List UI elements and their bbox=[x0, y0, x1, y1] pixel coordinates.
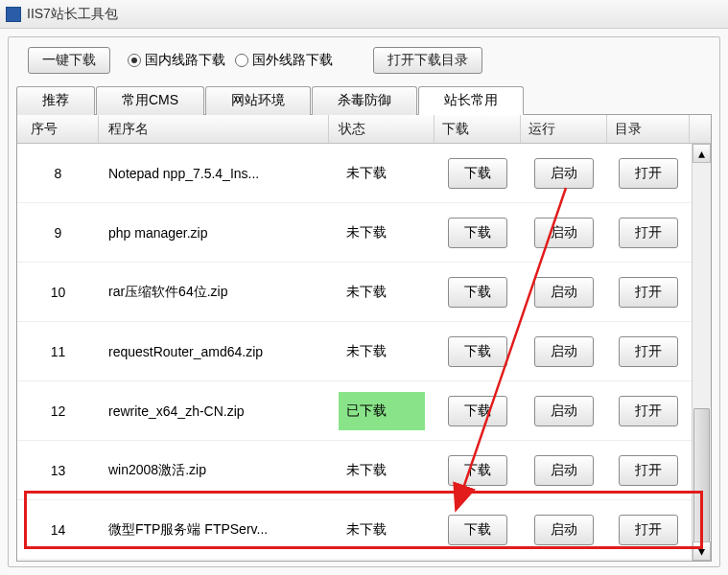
tab-recommend[interactable]: 推荐 bbox=[16, 86, 95, 115]
cell-seq: 14 bbox=[17, 500, 99, 559]
tab-webmaster[interactable]: 站长常用 bbox=[418, 86, 524, 115]
cell-download: 下载 bbox=[434, 381, 521, 440]
table-body: 8Notepad npp_7.5.4_Ins...未下载下载启动打开9php m… bbox=[17, 144, 711, 560]
cell-download: 下载 bbox=[434, 322, 521, 380]
cell-run: 启动 bbox=[521, 203, 607, 262]
title-bar: IIS7站长工具包 bbox=[0, 0, 728, 29]
run-button[interactable]: 启动 bbox=[534, 515, 594, 545]
run-button[interactable]: 启动 bbox=[534, 158, 594, 189]
cell-run: 启动 bbox=[521, 322, 607, 380]
radio-label: 国外线路下载 bbox=[252, 52, 333, 69]
program-table: 序号 程序名 状态 下载 运行 目录 8Notepad npp_7.5.4_In… bbox=[16, 115, 712, 562]
download-route-group: 国内线路下载 国外线路下载 bbox=[128, 52, 333, 69]
status-badge: 未下载 bbox=[339, 333, 425, 371]
status-badge: 未下载 bbox=[339, 511, 425, 549]
route-foreign-radio[interactable]: 国外线路下载 bbox=[235, 52, 333, 69]
cell-download: 下载 bbox=[434, 263, 521, 321]
open-button[interactable]: 打开 bbox=[619, 158, 678, 189]
run-button[interactable]: 启动 bbox=[534, 218, 594, 248]
table-row: 10rar压缩软件64位.zip未下载下载启动打开 bbox=[17, 263, 711, 322]
cell-name: win2008激活.zip bbox=[99, 441, 329, 499]
col-header-status[interactable]: 状态 bbox=[329, 115, 434, 143]
status-badge: 未下载 bbox=[339, 273, 425, 311]
scroll-down-icon[interactable]: ▾ bbox=[693, 541, 711, 561]
table-row: 13win2008激活.zip未下载下载启动打开 bbox=[17, 441, 711, 500]
cell-seq: 9 bbox=[17, 203, 99, 262]
radio-icon bbox=[128, 54, 141, 67]
cell-status: 未下载 bbox=[329, 144, 434, 202]
open-button[interactable]: 打开 bbox=[619, 515, 678, 545]
table-row: 8Notepad npp_7.5.4_Ins...未下载下载启动打开 bbox=[17, 144, 711, 203]
cell-open: 打开 bbox=[607, 381, 690, 440]
table-row: 12rewrite_x64_zh-CN.zip已下载下载启动打开 bbox=[17, 381, 711, 441]
cell-seq: 13 bbox=[17, 441, 99, 499]
cell-status: 未下载 bbox=[329, 322, 434, 380]
cell-name: rewrite_x64_zh-CN.zip bbox=[99, 381, 329, 440]
open-button[interactable]: 打开 bbox=[619, 277, 678, 308]
download-button[interactable]: 下载 bbox=[448, 336, 507, 367]
table-header: 序号 程序名 状态 下载 运行 目录 bbox=[17, 115, 711, 144]
tab-env[interactable]: 网站环境 bbox=[205, 86, 311, 115]
cell-open: 打开 bbox=[607, 203, 690, 262]
cell-status: 未下载 bbox=[329, 500, 434, 559]
cell-name: php manager.zip bbox=[99, 203, 329, 262]
cell-status: 已下载 bbox=[329, 381, 434, 440]
run-button[interactable]: 启动 bbox=[534, 336, 594, 367]
cell-open: 打开 bbox=[607, 500, 690, 559]
one-click-download-button[interactable]: 一键下载 bbox=[28, 47, 110, 74]
cell-run: 启动 bbox=[521, 144, 607, 202]
table-row: 9php manager.zip未下载下载启动打开 bbox=[17, 203, 711, 263]
radio-label: 国内线路下载 bbox=[145, 52, 225, 69]
download-button[interactable]: 下载 bbox=[448, 396, 507, 426]
cell-open: 打开 bbox=[607, 144, 690, 202]
open-button[interactable]: 打开 bbox=[619, 218, 678, 248]
run-button[interactable]: 启动 bbox=[534, 396, 594, 426]
scroll-up-icon[interactable]: ▴ bbox=[693, 144, 711, 163]
cell-download: 下载 bbox=[434, 500, 521, 559]
main-group: 一键下载 国内线路下载 国外线路下载 打开下载目录 推荐 常用CMS 网站环境 … bbox=[8, 36, 720, 567]
radio-icon bbox=[235, 54, 248, 67]
cell-run: 启动 bbox=[521, 500, 607, 559]
cell-run: 启动 bbox=[521, 441, 607, 499]
tab-antivirus[interactable]: 杀毒防御 bbox=[312, 86, 417, 115]
col-header-dir[interactable]: 目录 bbox=[607, 115, 690, 143]
cell-seq: 11 bbox=[17, 322, 99, 380]
cell-open: 打开 bbox=[607, 441, 690, 499]
col-header-run[interactable]: 运行 bbox=[521, 115, 607, 143]
cell-download: 下载 bbox=[434, 203, 521, 262]
cell-name: 微型FTP服务端 FTPServ... bbox=[99, 500, 329, 559]
download-button[interactable]: 下载 bbox=[448, 158, 507, 189]
open-button[interactable]: 打开 bbox=[619, 396, 678, 426]
cell-seq: 12 bbox=[17, 381, 99, 440]
col-header-seq[interactable]: 序号 bbox=[17, 115, 99, 143]
download-button[interactable]: 下载 bbox=[448, 515, 507, 545]
scroll-thumb[interactable] bbox=[693, 408, 710, 542]
col-header-download[interactable]: 下载 bbox=[434, 115, 521, 143]
run-button[interactable]: 启动 bbox=[534, 277, 594, 308]
scrollbar-vertical[interactable]: ▴ ▾ bbox=[692, 144, 711, 561]
cell-status: 未下载 bbox=[329, 441, 434, 499]
open-download-dir-button[interactable]: 打开下载目录 bbox=[373, 47, 482, 74]
col-header-name[interactable]: 程序名 bbox=[99, 115, 329, 143]
cell-open: 打开 bbox=[607, 263, 690, 321]
route-domestic-radio[interactable]: 国内线路下载 bbox=[128, 52, 225, 69]
status-badge: 未下载 bbox=[339, 451, 425, 490]
run-button[interactable]: 启动 bbox=[534, 455, 594, 486]
download-button[interactable]: 下载 bbox=[448, 218, 507, 248]
status-badge: 未下载 bbox=[339, 154, 425, 193]
status-badge: 未下载 bbox=[339, 214, 425, 252]
cell-seq: 8 bbox=[17, 144, 99, 202]
cell-name: Notepad npp_7.5.4_Ins... bbox=[99, 144, 329, 202]
open-button[interactable]: 打开 bbox=[619, 336, 678, 367]
cell-status: 未下载 bbox=[329, 263, 434, 321]
open-button[interactable]: 打开 bbox=[619, 455, 678, 486]
app-icon bbox=[6, 7, 21, 22]
download-button[interactable]: 下载 bbox=[448, 277, 507, 308]
cell-open: 打开 bbox=[607, 322, 690, 380]
cell-status: 未下载 bbox=[329, 203, 434, 262]
tab-cms[interactable]: 常用CMS bbox=[96, 86, 204, 115]
cell-download: 下载 bbox=[434, 144, 521, 202]
cell-seq: 10 bbox=[17, 263, 99, 321]
table-row: 14微型FTP服务端 FTPServ...未下载下载启动打开 bbox=[17, 500, 711, 560]
download-button[interactable]: 下载 bbox=[448, 455, 507, 486]
